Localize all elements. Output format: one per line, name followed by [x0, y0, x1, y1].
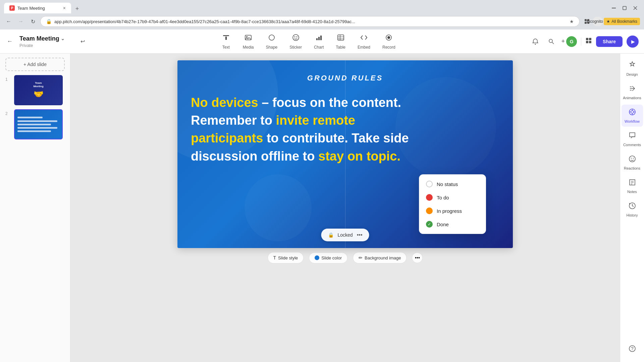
- lock-icon: 🔒: [328, 232, 334, 238]
- back-nav-button[interactable]: ←: [4, 17, 13, 26]
- presentation-privacy: Private: [19, 43, 70, 48]
- slide-style-label: Slide style: [278, 255, 298, 260]
- svg-point-11: [246, 36, 248, 38]
- svg-point-25: [535, 44, 536, 45]
- svg-rect-0: [612, 8, 616, 8]
- done-label: Done: [437, 222, 449, 227]
- slide-footer: T Slide style Slide color ✏ Background i…: [268, 252, 423, 263]
- notes-icon: [628, 178, 636, 188]
- notifications-button[interactable]: [529, 36, 541, 48]
- done-dot: ✓: [426, 221, 433, 228]
- add-collaborator-area[interactable]: + G: [561, 36, 577, 47]
- sidebar-help[interactable]: ?: [622, 341, 643, 358]
- window-controls: [609, 3, 640, 13]
- svg-point-24: [387, 36, 390, 39]
- minimize-button[interactable]: [609, 3, 619, 13]
- restore-button[interactable]: [620, 3, 629, 13]
- play-presentation-button[interactable]: ▶: [627, 36, 639, 48]
- canvas-area[interactable]: GROUND RULES No devices – focus on the c…: [70, 54, 620, 362]
- sidebar-workflow[interactable]: Workflow: [622, 105, 643, 127]
- presentation-title-area: Team Meeting ⌄ Private: [19, 35, 70, 48]
- app-header: ← Team Meeting ⌄ Private ↩ Text Media: [0, 29, 644, 54]
- grid-view-button[interactable]: [585, 37, 592, 46]
- toolbar-record[interactable]: Record: [377, 31, 401, 52]
- media-icon: [244, 34, 252, 44]
- svg-point-38: [629, 156, 635, 162]
- svg-line-27: [552, 42, 554, 44]
- animations-icon: [628, 84, 636, 95]
- profile-button[interactable]: Incognito (2): [593, 17, 602, 26]
- slide-locked-bar[interactable]: 🔒 Locked •••: [321, 229, 369, 241]
- presentation-title[interactable]: Team Meeting ⌄: [19, 35, 70, 42]
- sidebar-history[interactable]: History: [622, 198, 643, 221]
- reactions-icon: [628, 155, 636, 165]
- toolbar-text[interactable]: Text: [216, 31, 236, 52]
- browser-tab-active[interactable]: P Team Meeting ×: [4, 3, 71, 13]
- tab-close-button[interactable]: ×: [63, 5, 66, 11]
- svg-point-26: [549, 39, 552, 43]
- svg-point-12: [269, 35, 274, 40]
- more-options-button[interactable]: •••: [357, 232, 363, 238]
- bookmarks-button[interactable]: ★ All Bookmarks: [604, 18, 640, 25]
- slide-number-1: 1: [5, 75, 11, 82]
- share-button[interactable]: Share: [596, 36, 623, 47]
- add-slide-button[interactable]: + Add slide: [5, 58, 65, 71]
- tab-title: Team Meeting: [17, 6, 60, 11]
- slide-item-1[interactable]: 1 TeamMeeting 🤝: [5, 75, 65, 105]
- slide-color-button[interactable]: Slide color: [309, 252, 347, 263]
- undo-button[interactable]: ↩: [78, 37, 88, 46]
- back-button[interactable]: ←: [5, 37, 14, 46]
- background-image-button[interactable]: ✏ Background image: [353, 252, 407, 263]
- slide-style-button[interactable]: T Slide style: [268, 252, 304, 263]
- slide-style-icon: T: [273, 255, 276, 260]
- svg-rect-10: [245, 35, 251, 40]
- title-chevron-icon: ⌄: [61, 36, 65, 41]
- add-plus-icon: +: [561, 38, 565, 45]
- reload-button[interactable]: ↻: [28, 17, 38, 26]
- address-bar-icons: ★: [570, 19, 574, 24]
- background-image-label: Background image: [365, 255, 401, 260]
- header-right: + G Share ▶: [529, 36, 639, 48]
- address-bar[interactable]: 🔒 app.pitch.com/app/presentation/4b74b27…: [40, 16, 580, 27]
- toolbar-chart[interactable]: Chart: [309, 31, 329, 52]
- sidebar-notes[interactable]: Notes: [622, 175, 643, 197]
- to-do-label: To do: [437, 195, 449, 200]
- in-progress-label: In progress: [437, 208, 462, 214]
- workflow-label: Workflow: [625, 119, 640, 123]
- svg-point-40: [633, 158, 633, 159]
- status-no-status[interactable]: No status: [422, 177, 483, 191]
- toolbar-table[interactable]: Table: [330, 31, 351, 52]
- sidebar-comments[interactable]: Comments: [622, 128, 643, 150]
- svg-point-15: [296, 36, 297, 37]
- sidebar-animations[interactable]: Animations: [622, 81, 643, 103]
- status-in-progress[interactable]: In progress: [422, 204, 483, 218]
- close-button[interactable]: [631, 3, 640, 13]
- design-icon: [628, 61, 636, 71]
- toolbar-sticker[interactable]: Sticker: [284, 31, 307, 52]
- status-done[interactable]: ✓ Done: [422, 218, 483, 231]
- toolbar-media[interactable]: Media: [237, 31, 259, 52]
- no-status-label: No status: [437, 181, 458, 187]
- search-button[interactable]: [545, 36, 557, 48]
- slide-thumbnail-2[interactable]: [14, 109, 63, 139]
- slide-item-2[interactable]: 2: [5, 109, 65, 139]
- header-separator: [581, 38, 581, 46]
- toolbar-embed[interactable]: Embed: [352, 31, 376, 52]
- sticker-icon: [292, 34, 300, 44]
- new-tab-button[interactable]: +: [72, 4, 82, 13]
- status-to-do[interactable]: To do: [422, 191, 483, 204]
- slide-color-label: Slide color: [321, 255, 342, 260]
- svg-rect-1: [623, 6, 626, 10]
- hands-emoji: 🤝: [34, 89, 44, 99]
- footer-more-button[interactable]: •••: [412, 252, 423, 263]
- slide-content: No devices – focus on the content. Remem…: [191, 94, 499, 165]
- sidebar-design[interactable]: Design: [622, 58, 643, 80]
- table-icon: [337, 34, 345, 44]
- slide-thumbnail-1[interactable]: TeamMeeting 🤝: [14, 75, 63, 105]
- svg-rect-8: [223, 35, 229, 36]
- bookmark-star-icon[interactable]: ★: [570, 19, 574, 24]
- toolbar-shape[interactable]: Shape: [261, 31, 283, 52]
- sidebar-reactions[interactable]: Reactions: [622, 152, 643, 174]
- tab-favicon: P: [9, 5, 15, 11]
- comments-icon: [628, 131, 636, 141]
